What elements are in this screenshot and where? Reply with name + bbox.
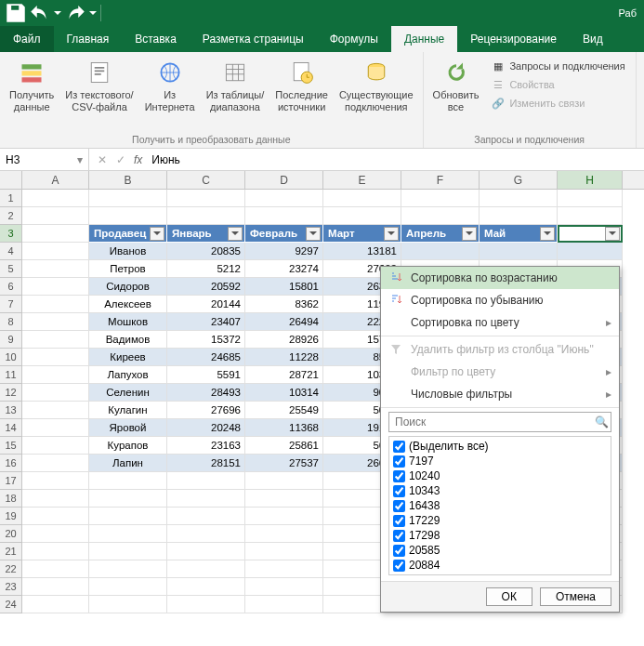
from-text-button[interactable]: Из текстового/ CSV-файла	[61, 56, 137, 115]
refresh-all-button[interactable]: Обновить все	[429, 56, 483, 115]
cell[interactable]	[22, 437, 89, 455]
cell[interactable]	[22, 472, 89, 490]
cell[interactable]	[89, 207, 167, 225]
row-header[interactable]: 3	[0, 225, 22, 243]
cell[interactable]	[22, 190, 89, 207]
row-header[interactable]: 24	[0, 596, 22, 613]
filter-search-box[interactable]: 🔍	[388, 412, 611, 432]
cell[interactable]: 20592	[167, 278, 245, 296]
recent-sources-button[interactable]: Последние источники	[271, 56, 332, 115]
cell[interactable]	[167, 190, 245, 207]
filter-value-item[interactable]: 20585	[393, 543, 607, 558]
undo-dropdown-icon[interactable]	[52, 3, 63, 23]
cell[interactable]: 23163	[167, 437, 245, 455]
cell[interactable]	[89, 508, 167, 525]
cell[interactable]: Февраль	[245, 225, 323, 243]
column-header-F[interactable]: F	[401, 171, 480, 189]
cell[interactable]	[22, 296, 89, 313]
column-header-B[interactable]: B	[89, 171, 167, 189]
row-header[interactable]: 2	[0, 207, 22, 225]
cell[interactable]	[167, 490, 245, 508]
from-table-button[interactable]: Из таблицы/ диапазона	[203, 56, 269, 115]
cell[interactable]	[167, 525, 245, 543]
cell[interactable]: 9297	[245, 243, 323, 260]
sort-ascending-item[interactable]: Сортировка по возрастанию	[381, 267, 619, 289]
filter-button[interactable]	[228, 227, 243, 241]
cell[interactable]: 10314	[245, 384, 323, 402]
cell[interactable]	[22, 402, 89, 419]
row-header[interactable]: 5	[0, 260, 22, 278]
cell[interactable]: 27537	[245, 455, 323, 472]
cell[interactable]	[22, 243, 89, 260]
name-box[interactable]: H3 ▾	[0, 149, 89, 170]
cell[interactable]	[22, 508, 89, 525]
cell[interactable]: Курапов	[89, 437, 167, 455]
select-all-corner[interactable]	[0, 171, 22, 189]
tab-file[interactable]: Файл	[0, 26, 54, 52]
filter-value-item[interactable]: 10240	[393, 468, 607, 483]
column-header-A[interactable]: A	[22, 171, 89, 189]
column-header-D[interactable]: D	[245, 171, 323, 189]
cell[interactable]	[245, 207, 323, 225]
cell[interactable]: 25861	[245, 437, 323, 455]
cell[interactable]: 26494	[245, 313, 323, 331]
cell[interactable]: 5591	[167, 366, 245, 384]
cell[interactable]	[22, 596, 89, 613]
cell[interactable]	[22, 225, 89, 243]
row-header[interactable]: 6	[0, 278, 22, 296]
name-box-dropdown-icon[interactable]: ▾	[77, 153, 83, 166]
row-header[interactable]: 19	[0, 508, 22, 525]
filter-button[interactable]	[605, 227, 620, 241]
cell[interactable]	[167, 508, 245, 525]
cell[interactable]	[245, 472, 323, 490]
redo-icon[interactable]	[63, 3, 87, 23]
row-header[interactable]: 15	[0, 437, 22, 455]
row-header[interactable]: 4	[0, 243, 22, 260]
filter-button[interactable]	[150, 227, 164, 241]
cell[interactable]	[22, 349, 89, 366]
cell[interactable]	[22, 331, 89, 349]
cell[interactable]	[22, 366, 89, 384]
filter-button[interactable]	[540, 227, 555, 241]
get-data-button[interactable]: Получить данные	[6, 56, 58, 115]
row-header[interactable]: 1	[0, 190, 22, 207]
cell[interactable]: Продавец	[89, 225, 167, 243]
cell[interactable]	[245, 490, 323, 508]
cell[interactable]	[323, 190, 401, 207]
filter-checkbox[interactable]	[393, 485, 405, 497]
cell[interactable]: 5212	[167, 260, 245, 278]
undo-icon[interactable]	[28, 3, 52, 23]
filter-checkbox[interactable]	[393, 455, 405, 468]
cell[interactable]: Киреев	[89, 349, 167, 366]
cell[interactable]: Вадимов	[89, 331, 167, 349]
cell[interactable]: Алексеев	[89, 296, 167, 313]
cell[interactable]	[89, 472, 167, 490]
row-header[interactable]: 12	[0, 384, 22, 402]
sort-by-color-item[interactable]: Сортировка по цвету ▸	[381, 311, 619, 334]
tab-data[interactable]: Данные	[391, 26, 457, 52]
cell[interactable]: 11228	[245, 349, 323, 366]
row-header[interactable]: 22	[0, 560, 22, 578]
cell[interactable]: 20144	[167, 296, 245, 313]
cell[interactable]	[245, 525, 323, 543]
cell[interactable]: 27696	[167, 402, 245, 419]
cell[interactable]: Лапин	[89, 455, 167, 472]
cell[interactable]: Иванов	[89, 243, 167, 260]
row-header[interactable]: 13	[0, 402, 22, 419]
filter-value-item[interactable]: 7197	[393, 454, 607, 468]
cell[interactable]: Сидоров	[89, 278, 167, 296]
row-header[interactable]: 23	[0, 578, 22, 596]
row-header[interactable]: 17	[0, 472, 22, 490]
cell[interactable]	[480, 207, 558, 225]
row-header[interactable]: 16	[0, 455, 22, 472]
filter-value-item[interactable]: 17298	[393, 528, 607, 543]
cell[interactable]	[89, 525, 167, 543]
cell[interactable]	[401, 243, 480, 260]
cell[interactable]	[89, 543, 167, 560]
formula-input[interactable]	[148, 153, 644, 166]
row-header[interactable]: 11	[0, 366, 22, 384]
tab-formulas[interactable]: Формулы	[317, 26, 391, 52]
row-header[interactable]: 18	[0, 490, 22, 508]
cell[interactable]	[167, 578, 245, 596]
filter-value-item[interactable]: 16438	[393, 498, 607, 513]
